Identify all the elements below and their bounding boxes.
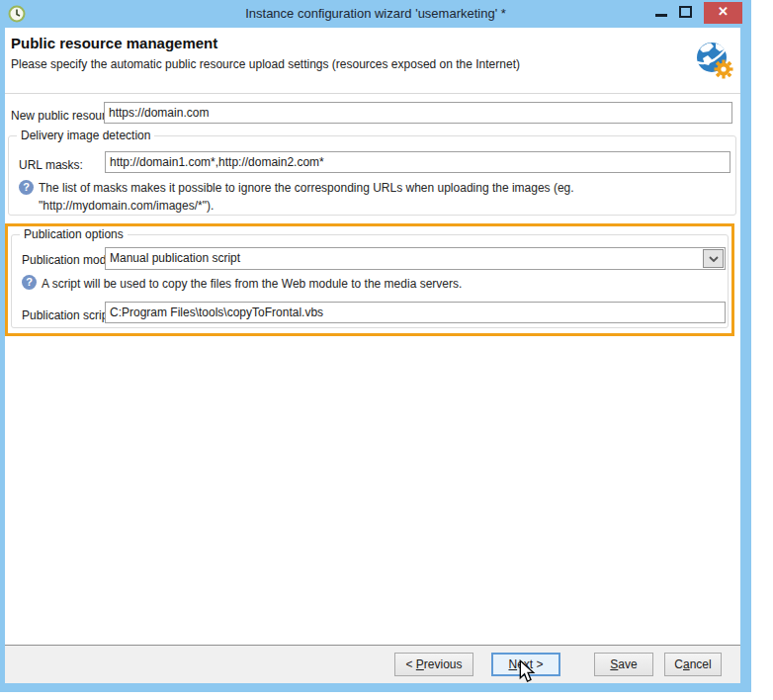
help-icon: ? [22, 275, 37, 290]
url-masks-label: URL masks: [19, 158, 83, 172]
title-bar[interactable]: Instance configuration wizard 'usemarket… [0, 0, 751, 28]
minimize-icon [655, 14, 667, 17]
publication-mode-value: Manual publication script [110, 251, 240, 265]
page-subtitle: Please specify the automatic public reso… [11, 57, 520, 71]
publication-script-input[interactable] [105, 302, 726, 323]
publication-options-group: Publication options Publication mode: Ma… [11, 234, 729, 328]
url-masks-hint: The list of masks makes it possible to i… [39, 179, 574, 215]
chevron-down-icon[interactable] [703, 249, 724, 268]
save-button[interactable]: Save [594, 653, 653, 676]
delivery-image-detection-group: Delivery image detection URL masks: ? Th… [8, 135, 736, 216]
footer-bar: < Previous Next > Save Cancel [5, 645, 740, 683]
close-icon: ✕ [718, 4, 729, 19]
url-masks-hint-line1: The list of masks makes it possible to i… [39, 179, 574, 197]
maximize-icon [679, 6, 692, 18]
delivery-image-detection-legend: Delivery image detection [17, 129, 154, 142]
publication-script-label: Publication script: [22, 308, 115, 322]
page-title: Public resource management [11, 35, 217, 51]
publication-mode-select[interactable]: Manual publication script [105, 247, 726, 270]
cancel-button[interactable]: Cancel [664, 653, 722, 676]
publication-options-legend: Publication options [20, 227, 128, 241]
publication-mode-label: Publication mode: [22, 253, 116, 267]
close-button[interactable]: ✕ [704, 2, 742, 24]
new-public-resource-url-input[interactable] [104, 102, 732, 124]
maximize-button[interactable] [676, 3, 696, 23]
dialog-content: Public resource management Please specif… [5, 28, 740, 645]
dialog-window: Instance configuration wizard 'usemarket… [0, 0, 751, 692]
publication-mode-hint: A script will be used to copy the files … [42, 275, 462, 293]
url-masks-input[interactable] [105, 151, 730, 173]
globe-gear-icon [695, 39, 734, 80]
minimize-button[interactable] [652, 5, 670, 23]
previous-button[interactable]: < Previous [394, 653, 473, 676]
window-title: Instance configuration wizard 'usemarket… [0, 6, 751, 21]
url-masks-hint-line2: "http://mydomain.com/images/*"). [39, 197, 574, 215]
page-header: Public resource management Please specif… [5, 28, 740, 94]
help-icon: ? [19, 180, 34, 195]
mouse-cursor-icon [518, 659, 536, 683]
